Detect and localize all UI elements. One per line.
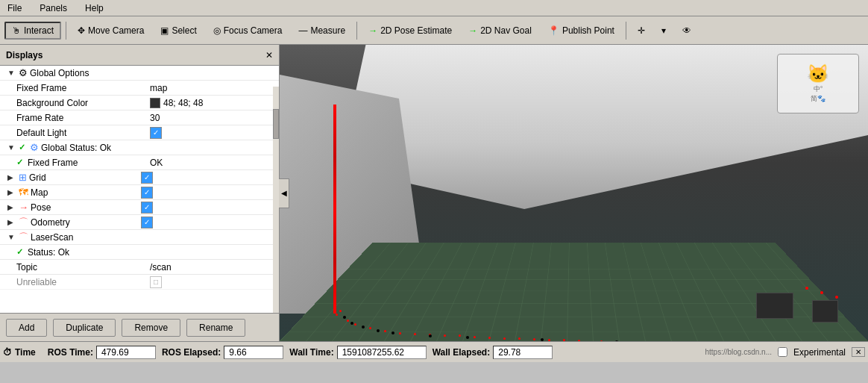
nav-goal-button[interactable]: → 2D Nav Goal — [462, 22, 538, 39]
overlay-widget: 🐱 中°简🐾 — [777, 54, 859, 113]
eye-icon: 👁 — [682, 25, 691, 36]
measure-icon: — — [298, 25, 307, 36]
toolbar-separator-1 — [66, 22, 66, 40]
expand-arrow: ▼ — [7, 233, 16, 241]
list-item: Default Light ✓ — [0, 125, 279, 140]
interact-icon: 🖱 — [12, 25, 21, 36]
map-checkbox[interactable]: ✓ — [141, 187, 153, 199]
menu-help[interactable]: Help — [81, 3, 108, 13]
prop-value: 30 — [150, 113, 160, 123]
check-icon: ✓ — [16, 158, 25, 167]
color-value: 48; 48; 48 — [163, 98, 203, 108]
grid-checkbox[interactable]: ✓ — [141, 172, 153, 184]
prop-label: Background Color — [16, 98, 88, 108]
menu-panels[interactable]: Panels — [35, 3, 72, 13]
ros-elapsed-section: ROS Elapsed: 9.66 — [162, 346, 283, 359]
pose-checkbox[interactable]: ✓ — [141, 202, 153, 214]
expand-arrow: ▼ — [7, 69, 16, 77]
wall-elapsed-section: Wall Elapsed: 29.78 — [433, 346, 553, 359]
list-item[interactable]: ▶ ⌒ Odometry ✓ — [0, 215, 279, 230]
publish-point-icon: 📍 — [548, 25, 559, 36]
eye-button[interactable]: 👁 — [676, 22, 698, 39]
wall-time-section: Wall Time: 1591087255.62 — [289, 346, 426, 359]
remove-button[interactable]: Remove — [122, 319, 180, 337]
rename-button[interactable]: Rename — [186, 319, 245, 337]
bottom-buttons: Add Duplicate Remove Rename — [0, 313, 279, 341]
list-item: Background Color 48; 48; 48 — [0, 96, 279, 110]
ros-elapsed-label: ROS Elapsed: — [162, 347, 221, 358]
unreliable-checkbox[interactable]: □ — [150, 276, 162, 288]
scrollbar-thumb[interactable] — [273, 109, 279, 139]
add-button[interactable]: Add — [6, 319, 47, 337]
tree-container[interactable]: ▼ ⚙ Global Options Fixed Frame map — [0, 66, 279, 313]
prop-label: Default Light — [16, 128, 66, 138]
tree-label: Global Options — [30, 68, 89, 78]
add-crosshair-button[interactable]: ✛ — [631, 22, 652, 39]
displays-close-button[interactable]: ✕ — [265, 50, 273, 60]
prop-value: map — [150, 83, 167, 93]
tree-label: LaserScan — [31, 232, 73, 243]
list-item[interactable]: ▼ ✓ ⚙ Global Status: Ok — [0, 140, 279, 155]
prop-label: Unreliable — [16, 277, 57, 287]
overlay-content: 🐱 中°简🐾 — [807, 63, 829, 104]
move-camera-button[interactable]: ✥ Move Camera — [71, 22, 151, 39]
duplicate-button[interactable]: Duplicate — [53, 319, 116, 337]
prop-label: Status: Ok — [28, 247, 69, 258]
dropdown-button[interactable]: ▾ — [655, 22, 673, 39]
experimental-checkbox[interactable] — [778, 347, 787, 357]
wall-time-label: Wall Time: — [289, 347, 333, 358]
check-icon: ✓ — [16, 247, 25, 257]
tree-label: Global Status: Ok — [41, 143, 111, 153]
csdn-watermark: https://blog.csdn.n... — [705, 348, 772, 356]
clock-icon: ⏱ — [3, 347, 12, 358]
time-panel-title: ⏱ Time — [3, 347, 36, 358]
ros-time-label: ROS Time: — [48, 347, 93, 358]
pose-estimate-button[interactable]: → 2D Pose Estimate — [362, 22, 459, 39]
tree-label: Map — [31, 187, 48, 198]
ros-elapsed-value: 9.66 — [224, 346, 283, 359]
viewport[interactable]: 🐱 中°简🐾 — [280, 45, 868, 341]
list-item[interactable]: ▶ → Pose ✓ — [0, 200, 279, 215]
toolbar: 🖱 Interact ✥ Move Camera ▣ Select ◎ Focu… — [0, 16, 868, 45]
expand-arrow: ▶ — [7, 203, 16, 211]
list-item[interactable]: ▶ ⊞ Grid ✓ — [0, 170, 279, 185]
topic-value: /scan — [150, 262, 172, 273]
gear-icon: ⚙ — [30, 142, 39, 153]
focus-camera-button[interactable]: ◎ Focus Camera — [207, 22, 289, 39]
obstacle-box-2 — [812, 300, 838, 323]
measure-button[interactable]: — Measure — [292, 22, 352, 39]
color-swatch — [150, 98, 160, 108]
ros-time-section: ROS Time: 479.69 — [48, 346, 156, 359]
time-right: https://blog.csdn.n... Experimental ✕ — [705, 347, 865, 358]
time-panel: ⏱ Time ROS Time: 479.69 ROS Elapsed: 9.6… — [0, 341, 868, 362]
laserscan-icon: ⌒ — [19, 231, 28, 244]
displays-title: Displays — [6, 50, 43, 60]
list-item[interactable]: ▶ 🗺 Map ✓ — [0, 185, 279, 200]
interact-button[interactable]: 🖱 Interact — [4, 22, 61, 40]
time-panel-close-button[interactable]: ✕ — [852, 347, 865, 357]
wall-elapsed-value: 29.78 — [493, 346, 553, 359]
wall-time-value: 1591087255.62 — [337, 346, 427, 359]
default-light-checkbox[interactable]: ✓ — [150, 127, 162, 139]
tree-label: Pose — [31, 202, 51, 213]
map-icon: 🗺 — [19, 187, 28, 198]
pose-icon: → — [368, 25, 377, 36]
odometry-checkbox[interactable]: ✓ — [141, 217, 153, 228]
focus-icon: ◎ — [213, 25, 221, 36]
select-button[interactable]: ▣ Select — [154, 22, 203, 39]
list-item: Topic /scan — [0, 260, 279, 275]
prop-label: Fixed Frame — [28, 158, 78, 168]
list-item: ✓ Status: Ok — [0, 245, 279, 260]
panel-collapse-button[interactable]: ◀ — [279, 178, 289, 208]
menu-file[interactable]: File — [3, 3, 26, 13]
publish-point-button[interactable]: 📍 Publish Point — [541, 22, 621, 39]
expand-arrow: ▶ — [7, 173, 16, 181]
list-item[interactable]: ▼ ⌒ LaserScan — [0, 230, 279, 245]
wall-elapsed-label: Wall Elapsed: — [433, 347, 491, 358]
prop-label: Topic — [16, 262, 37, 273]
prop-value: OK — [150, 158, 163, 168]
dropdown-icon: ▾ — [661, 25, 666, 36]
toolbar-separator-2 — [356, 22, 357, 40]
list-item[interactable]: ▼ ⚙ Global Options — [0, 66, 279, 81]
main-area: Displays ✕ ▼ ⚙ Global Options Fix — [0, 45, 868, 341]
